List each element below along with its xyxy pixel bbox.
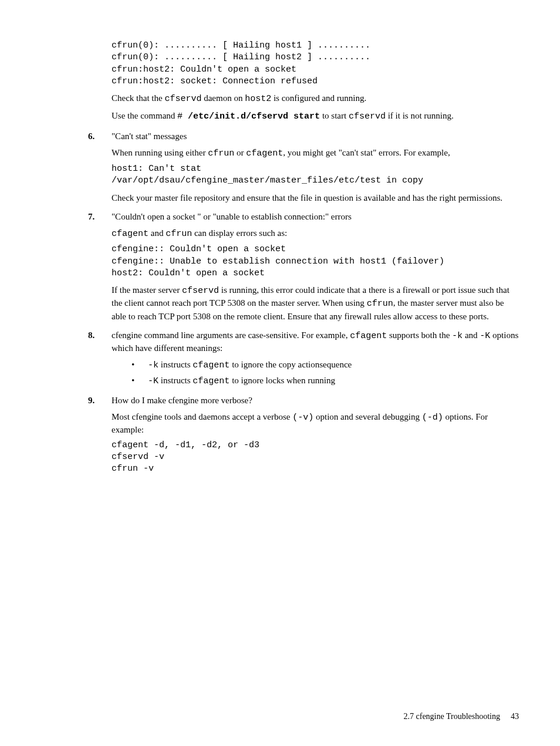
inline-code: -K [148, 376, 158, 386]
text: instructs [158, 376, 193, 385]
page-content: cfrun(0): .......... [ Hailing host1 ] .… [88, 40, 519, 475]
text: , you might get "can't stat" errors. For… [283, 148, 450, 157]
text: and [149, 228, 166, 238]
inline-code: cfagent [112, 229, 149, 239]
code-block-1: cfrun(0): .......... [ Hailing host1 ] .… [112, 40, 519, 87]
paragraph: Check your master file repository and en… [112, 192, 519, 204]
item-number: 9. [88, 394, 95, 406]
text: instructs [158, 360, 193, 369]
item-number: 6. [88, 130, 95, 142]
item-number: 7. [88, 211, 95, 222]
inline-code: cfagent [350, 331, 387, 341]
inline-code: (-v) [292, 413, 313, 423]
text: cfengine command line arguments are case… [112, 330, 350, 340]
inline-code: cfrun [166, 229, 192, 239]
list-item-9: 9. How do I make cfengine more verbose? … [112, 394, 519, 475]
text: can display errors such as: [192, 228, 287, 238]
inline-code: cfservd [182, 286, 219, 296]
text: to ignore locks when running [230, 376, 335, 385]
text: Most cfengine tools and daemons accept a… [112, 412, 292, 421]
inline-code: cfagent [193, 376, 230, 386]
list-item-8: 8. cfengine command line arguments are c… [112, 329, 519, 387]
text: or [234, 148, 246, 157]
paragraph: Most cfengine tools and daemons accept a… [112, 411, 519, 436]
text: Check that the [112, 93, 164, 103]
inline-code: (-d) [422, 413, 443, 423]
text: if it is not running. [386, 111, 454, 120]
paragraph: Use the command # /etc/init.d/cfservd st… [112, 110, 519, 123]
text: Use the command [112, 111, 177, 120]
inline-code: cfagent [193, 360, 230, 370]
inline-code: cfrun [208, 148, 234, 158]
text: supports both the [387, 330, 452, 340]
code-block-4: cfagent -d, -d1, -d2, or -d3 cfservd -v … [112, 440, 519, 475]
text: to ignore the copy actionsequence [230, 360, 352, 369]
bullet-list: -k instructs cfagent to ignore the copy … [131, 359, 519, 387]
text: When running using either [112, 148, 208, 157]
item-title: "Can't stat" messages [112, 130, 519, 142]
paragraph: When running using either cfrun or cfage… [112, 147, 519, 160]
inline-code: cfagent [246, 148, 283, 158]
inline-code: -k [148, 360, 158, 370]
inline-code: cfservd [164, 94, 201, 104]
inline-code: # [177, 112, 188, 121]
list-item-7: 7. "Couldn't open a socket " or "unable … [112, 211, 519, 322]
text: is configured and running. [271, 93, 366, 103]
list-item-6: 6. "Can't stat" messages When running us… [112, 130, 519, 204]
paragraph: Check that the cfservd daemon on host2 i… [112, 92, 519, 105]
bullet-item: -K instructs cfagent to ignore locks whe… [131, 374, 519, 387]
paragraph: If the master server cfservd is running,… [112, 284, 519, 322]
continued-item: cfrun(0): .......... [ Hailing host1 ] .… [112, 40, 519, 123]
inline-code-bold: /etc/init.d/cfservd start [188, 112, 320, 121]
item-number: 8. [88, 329, 95, 341]
inline-code: cfrun [367, 299, 393, 309]
bullet-item: -k instructs cfagent to ignore the copy … [131, 359, 519, 372]
page-footer: 2.7 cfengine Troubleshooting43 [404, 711, 519, 723]
item-title: "Couldn't open a socket " or "unable to … [112, 211, 519, 222]
paragraph: cfengine command line arguments are case… [112, 329, 519, 355]
paragraph: cfagent and cfrun can display errors suc… [112, 227, 519, 240]
text: to start [320, 111, 349, 120]
code-block-2: host1: Can't stat /var/opt/dsau/cfengine… [112, 163, 519, 187]
text: daemon on [201, 93, 245, 103]
inline-code: cfservd [349, 112, 386, 121]
text: and [463, 330, 480, 340]
inline-code: -K [480, 331, 490, 341]
inline-code: host2 [245, 94, 271, 104]
footer-page-number: 43 [511, 712, 519, 721]
footer-section-label: 2.7 cfengine Troubleshooting [404, 712, 501, 721]
code-block-3: cfengine:: Couldn't open a socket cfengi… [112, 244, 519, 279]
text: option and several debugging [313, 412, 422, 421]
inline-code: -k [452, 331, 463, 341]
item-title: How do I make cfengine more verbose? [112, 394, 519, 406]
text: If the master server [112, 285, 182, 295]
